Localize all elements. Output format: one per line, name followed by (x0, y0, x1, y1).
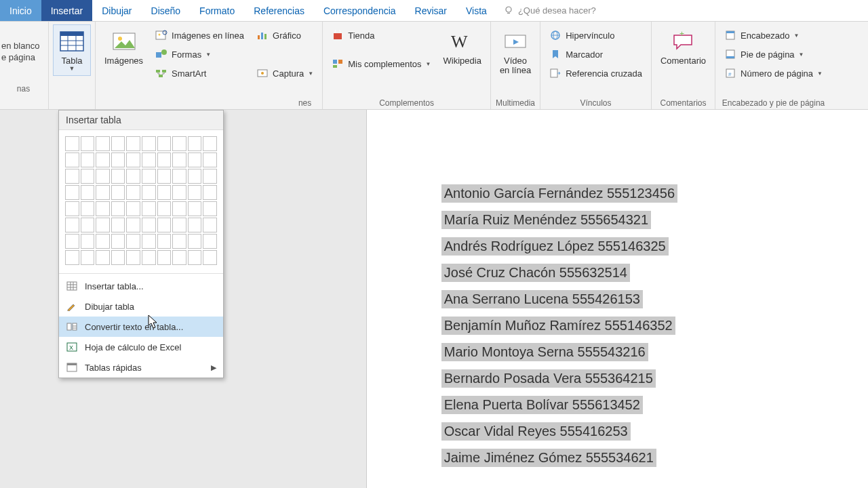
grid-cell[interactable] (65, 201, 79, 216)
selected-text-line[interactable]: Bernardo Posada Vera 555364215 (441, 369, 656, 388)
grid-cell[interactable] (126, 185, 140, 200)
grid-cell[interactable] (111, 218, 125, 232)
table-grid-picker[interactable] (59, 130, 223, 271)
grid-cell[interactable] (126, 234, 140, 249)
formas-button[interactable]: Formas ▼ (152, 46, 248, 62)
grid-cell[interactable] (157, 185, 172, 200)
grid-cell[interactable] (81, 218, 95, 232)
grid-cell[interactable] (142, 218, 156, 232)
selected-text-line[interactable]: Antonio García Fernández 555123456 (441, 184, 677, 203)
grafico-button[interactable]: Gráfico (253, 27, 317, 43)
convert-text-to-table-item[interactable]: Convertir texto en tabla... (59, 317, 223, 337)
grid-cell[interactable] (157, 250, 172, 265)
grid-cell[interactable] (96, 185, 110, 200)
selected-text-line[interactable]: Mario Montoya Serna 555543216 (441, 343, 648, 361)
grid-cell[interactable] (65, 136, 79, 151)
tab-revisar[interactable]: Revisar (406, 0, 456, 21)
grid-cell[interactable] (157, 234, 172, 249)
tab-inicio[interactable]: Inicio (0, 0, 41, 21)
smartart-button[interactable]: SmartArt (152, 65, 248, 81)
grid-cell[interactable] (203, 201, 217, 216)
grid-cell[interactable] (172, 185, 186, 200)
grid-cell[interactable] (172, 136, 186, 151)
document-page[interactable]: Antonio García Fernández 555123456María … (366, 110, 868, 488)
encabezado-button[interactable]: Encabezado ▼ (721, 27, 826, 43)
grid-cell[interactable] (96, 234, 110, 249)
grid-cell[interactable] (65, 234, 79, 249)
grid-cell[interactable] (188, 218, 202, 232)
grid-cell[interactable] (188, 185, 202, 200)
video-en-linea-button[interactable]: Vídeo en línea (495, 24, 536, 79)
mis-complementos-button[interactable]: Mis complementos ▼ (328, 56, 434, 72)
selected-text-line[interactable]: Jaime Jiménez Gómez 555534621 (441, 449, 656, 467)
grid-cell[interactable] (203, 152, 217, 167)
grid-cell[interactable] (96, 250, 110, 265)
grid-cell[interactable] (65, 152, 79, 167)
selected-text-line[interactable]: Elena Puerta Bolívar 555613452 (441, 396, 643, 414)
grid-cell[interactable] (188, 234, 202, 249)
imagenes-en-linea-button[interactable]: Imágenes en línea (152, 27, 248, 43)
tab-formato[interactable]: Formato (190, 0, 244, 21)
grid-cell[interactable] (65, 250, 79, 265)
grid-cell[interactable] (172, 250, 186, 265)
draw-table-item[interactable]: Dibujar tabla (59, 296, 223, 317)
grid-cell[interactable] (126, 201, 140, 216)
marcador-button[interactable]: Marcador (546, 46, 646, 62)
grid-cell[interactable] (172, 218, 186, 232)
grid-cell[interactable] (172, 234, 186, 249)
numero-de-pagina-button[interactable]: # Número de página ▼ (721, 65, 826, 81)
grid-cell[interactable] (203, 250, 217, 265)
grid-cell[interactable] (81, 152, 95, 167)
insert-table-item[interactable]: Insertar tabla... (59, 276, 223, 296)
grid-cell[interactable] (96, 201, 110, 216)
excel-spreadsheet-item[interactable]: X Hoja de cálculo de Excel (59, 337, 223, 357)
grid-cell[interactable] (203, 218, 217, 232)
grid-cell[interactable] (126, 250, 140, 265)
grid-cell[interactable] (81, 234, 95, 249)
grid-cell[interactable] (111, 250, 125, 265)
grid-cell[interactable] (203, 169, 217, 184)
selected-text-line[interactable]: Oscar Vidal Reyes 555416253 (441, 422, 631, 441)
selected-text-line[interactable]: Benjamín Muñoz Ramírez 555146352 (441, 317, 675, 335)
grid-cell[interactable] (188, 169, 202, 184)
quick-tables-item[interactable]: Tablas rápidas ▶ (59, 357, 223, 378)
referencia-cruzada-button[interactable]: Referencia cruzada (546, 65, 646, 81)
selected-text-line[interactable]: Andrés Rodríguez López 555146325 (441, 237, 669, 256)
grid-cell[interactable] (188, 201, 202, 216)
tab-diseno[interactable]: Diseño (142, 0, 191, 21)
grid-cell[interactable] (96, 169, 110, 184)
grid-cell[interactable] (157, 201, 172, 216)
grid-cell[interactable] (157, 218, 172, 232)
grid-cell[interactable] (111, 136, 125, 151)
grid-cell[interactable] (142, 250, 156, 265)
grid-cell[interactable] (96, 152, 110, 167)
grid-cell[interactable] (142, 234, 156, 249)
grid-cell[interactable] (188, 250, 202, 265)
grid-cell[interactable] (65, 169, 79, 184)
grid-cell[interactable] (81, 136, 95, 151)
grid-cell[interactable] (81, 201, 95, 216)
grid-cell[interactable] (142, 201, 156, 216)
wikipedia-button[interactable]: W Wikipedia (439, 24, 486, 69)
grid-cell[interactable] (65, 185, 79, 200)
grid-cell[interactable] (188, 152, 202, 167)
grid-cell[interactable] (65, 218, 79, 232)
tell-me-search[interactable]: ¿Qué desea hacer? (496, 0, 868, 21)
selected-text-line[interactable]: José Cruz Chacón 555632514 (441, 264, 630, 282)
grid-cell[interactable] (172, 169, 186, 184)
grid-cell[interactable] (111, 201, 125, 216)
grid-cell[interactable] (157, 136, 172, 151)
grid-cell[interactable] (126, 136, 140, 151)
grid-cell[interactable] (172, 201, 186, 216)
imagenes-button[interactable]: Imágenes (100, 24, 148, 69)
tienda-button[interactable]: Tienda (328, 27, 434, 43)
grid-cell[interactable] (142, 152, 156, 167)
selected-text-line[interactable]: María Ruiz Menéndez 555654321 (441, 211, 651, 229)
selected-text-line[interactable]: Ana Serrano Lucena 555426153 (441, 290, 643, 308)
grid-cell[interactable] (96, 136, 110, 151)
grid-cell[interactable] (126, 218, 140, 232)
grid-cell[interactable] (126, 169, 140, 184)
grid-cell[interactable] (157, 152, 172, 167)
grid-cell[interactable] (157, 169, 172, 184)
captura-button[interactable]: Captura ▼ (253, 65, 317, 81)
